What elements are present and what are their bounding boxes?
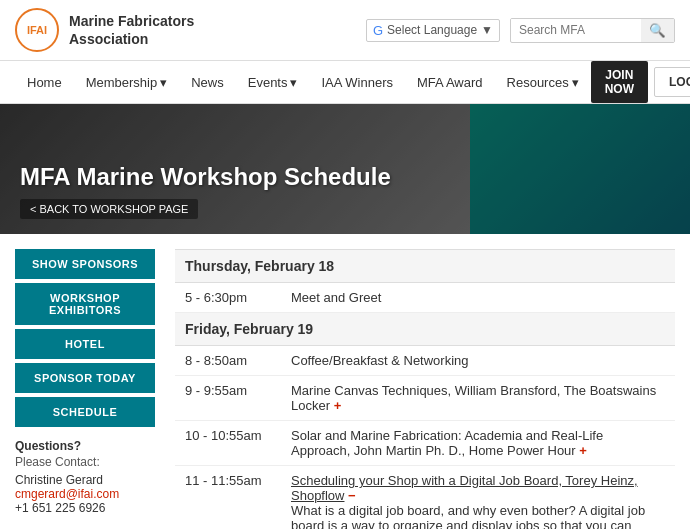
lang-label: Select Language [387, 23, 477, 37]
org-name: Marine Fabricators Association [69, 12, 194, 48]
chevron-down-icon: ▼ [481, 23, 493, 37]
session-description: Meet and Greet [281, 283, 675, 313]
session-description: Solar and Marine Fabrication: Academia a… [281, 421, 675, 466]
nav-membership[interactable]: Membership ▾ [74, 63, 180, 102]
search-input[interactable] [511, 19, 641, 41]
schedule-button[interactable]: SCHEDULE [15, 397, 155, 427]
sponsor-today-button[interactable]: SPONSOR TODAY [15, 363, 155, 393]
main-content: SHOW SPONSORS WORKSHOP EXHIBITORS HOTEL … [0, 234, 690, 529]
session-expanded-content: What is a digital job board, and why eve… [291, 503, 665, 529]
friday-header: Friday, February 19 [175, 313, 675, 346]
join-now-button[interactable]: JOIN NOW [591, 61, 648, 103]
search-button[interactable]: 🔍 [641, 19, 674, 42]
thursday-header: Thursday, February 18 [175, 250, 675, 283]
session-description: Coffee/Breakfast & Networking [281, 346, 675, 376]
expand-icon[interactable]: + [579, 443, 587, 458]
schedule-content: Thursday, February 18 5 - 6:30pm Meet an… [175, 249, 675, 529]
session-description: Marine Canvas Techniques, William Bransf… [281, 376, 675, 421]
session-link[interactable]: Scheduling your Shop with a Digital Job … [291, 473, 638, 503]
session-time: 10 - 10:55am [175, 421, 281, 466]
hero-content: MFA Marine Workshop Schedule < BACK TO W… [0, 163, 411, 234]
session-time: 9 - 9:55am [175, 376, 281, 421]
back-to-workshop-link[interactable]: < BACK TO WORKSHOP PAGE [20, 199, 198, 219]
header: IFAI Marine Fabricators Association G Se… [0, 0, 690, 61]
chevron-down-icon: ▾ [572, 75, 579, 90]
session-time: 5 - 6:30pm [175, 283, 281, 313]
contact-name: Christine Gerard [15, 473, 155, 487]
header-right: G Select Language ▼ 🔍 [366, 18, 675, 43]
language-selector[interactable]: G Select Language ▼ [366, 19, 500, 42]
nav-links: Home Membership ▾ News Events ▾ IAA Winn… [15, 63, 591, 102]
login-button[interactable]: LOGIN [654, 67, 690, 97]
contact-phone: +1 651 225 6926 [15, 501, 155, 515]
table-row: 9 - 9:55am Marine Canvas Techniques, Wil… [175, 376, 675, 421]
hero-banner: MFA Marine Workshop Schedule < BACK TO W… [0, 104, 690, 234]
session-description: Scheduling your Shop with a Digital Job … [281, 466, 675, 530]
table-row: 11 - 11:55am Scheduling your Shop with a… [175, 466, 675, 530]
nav-home[interactable]: Home [15, 63, 74, 102]
session-time: 8 - 8:50am [175, 346, 281, 376]
session-time: 11 - 11:55am [175, 466, 281, 530]
contact-email[interactable]: cmgerard@ifai.com [15, 487, 155, 501]
expand-icon[interactable]: + [334, 398, 342, 413]
chevron-down-icon: ▾ [160, 75, 167, 90]
contact-info: Questions? Please Contact: Christine Ger… [15, 439, 155, 515]
nav-buttons: JOIN NOW LOGIN [591, 61, 690, 103]
friday-label: Friday, February 19 [175, 313, 675, 346]
table-row: 10 - 10:55am Solar and Marine Fabricatio… [175, 421, 675, 466]
chevron-down-icon: ▾ [290, 75, 297, 90]
collapse-icon[interactable]: − [348, 488, 356, 503]
table-row: 5 - 6:30pm Meet and Greet [175, 283, 675, 313]
table-row: 8 - 8:50am Coffee/Breakfast & Networking [175, 346, 675, 376]
show-sponsors-button[interactable]: SHOW SPONSORS [15, 249, 155, 279]
schedule-table: Thursday, February 18 5 - 6:30pm Meet an… [175, 249, 675, 529]
search-box[interactable]: 🔍 [510, 18, 675, 43]
logo-icon: IFAI [15, 8, 59, 52]
nav-iaa-winners[interactable]: IAA Winners [309, 63, 405, 102]
nav-mfa-award[interactable]: MFA Award [405, 63, 495, 102]
please-contact-label: Please Contact: [15, 455, 155, 469]
hotel-button[interactable]: HOTEL [15, 329, 155, 359]
hero-title: MFA Marine Workshop Schedule [20, 163, 391, 191]
questions-label: Questions? [15, 439, 155, 453]
workshop-exhibitors-button[interactable]: WORKSHOP EXHIBITORS [15, 283, 155, 325]
google-translate-icon: G [373, 23, 383, 38]
nav-news[interactable]: News [179, 63, 236, 102]
main-nav: Home Membership ▾ News Events ▾ IAA Winn… [0, 61, 690, 104]
thursday-label: Thursday, February 18 [175, 250, 675, 283]
nav-events[interactable]: Events ▾ [236, 63, 310, 102]
nav-resources[interactable]: Resources ▾ [495, 63, 591, 102]
sidebar: SHOW SPONSORS WORKSHOP EXHIBITORS HOTEL … [15, 249, 155, 529]
logo-area: IFAI Marine Fabricators Association [15, 8, 194, 52]
